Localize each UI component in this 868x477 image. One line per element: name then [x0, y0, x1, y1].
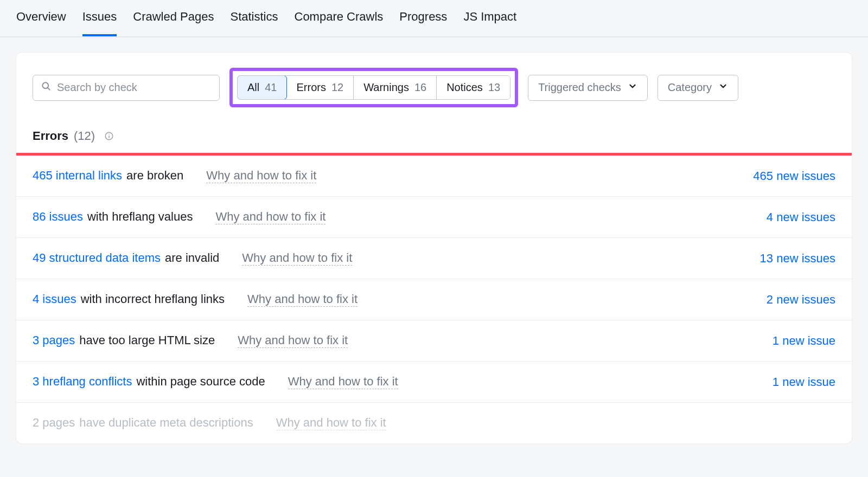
issue-text: are invalid [165, 251, 219, 265]
tab-crawled-pages[interactable]: Crawled Pages [133, 0, 214, 36]
filter-notices-label: Notices [446, 81, 483, 94]
filter-all-label: All [247, 81, 259, 94]
new-issues-link[interactable]: 1 new issue [773, 334, 835, 348]
tab-progress[interactable]: Progress [399, 0, 447, 36]
svg-point-4 [108, 134, 109, 134]
why-how-fix-link[interactable]: Why and how to fix it [242, 251, 352, 266]
new-issues-link[interactable]: 13 new issues [760, 252, 835, 266]
top-nav: Overview Issues Crawled Pages Statistics… [0, 0, 868, 37]
why-how-fix-link[interactable]: Why and how to fix it [288, 375, 398, 389]
filter-all[interactable]: All 41 [237, 75, 287, 100]
issue-text: have duplicate meta descriptions [79, 416, 253, 430]
filter-warnings-label: Warnings [363, 81, 409, 94]
issue-text: with hreflang values [87, 210, 193, 224]
new-issues-link[interactable]: 4 new issues [767, 210, 835, 224]
triggered-checks-label: Triggered checks [538, 81, 621, 94]
section-title: Errors [33, 129, 68, 143]
section-count: (12) [74, 129, 95, 143]
chevron-down-icon [628, 81, 637, 94]
issue-link[interactable]: 4 issues [33, 292, 76, 306]
filter-notices-count: 13 [488, 81, 500, 94]
filter-segment: All 41 Errors 12 Warnings 16 Notices 13 [237, 75, 510, 100]
why-how-fix-link[interactable]: Why and how to fix it [276, 416, 386, 430]
filter-errors-label: Errors [296, 81, 326, 94]
triggered-checks-dropdown[interactable]: Triggered checks [528, 75, 648, 101]
issues-list: 465 internal links are broken Why and ho… [16, 156, 852, 443]
issue-row[interactable]: 3 hreflang conflicts within page source … [16, 362, 852, 403]
category-label: Category [668, 81, 712, 94]
filter-notices[interactable]: Notices 13 [437, 76, 510, 99]
search-icon [41, 81, 52, 94]
issue-row[interactable]: 86 issues with hreflang values Why and h… [16, 197, 852, 238]
search-box[interactable] [33, 75, 220, 101]
why-how-fix-link[interactable]: Why and how to fix it [206, 169, 316, 183]
issue-row[interactable]: 465 internal links are broken Why and ho… [16, 156, 852, 197]
issue-row[interactable]: 49 structured data items are invalid Why… [16, 238, 852, 279]
issue-text: have too large HTML size [79, 333, 215, 347]
issue-link[interactable]: 3 pages [33, 333, 75, 347]
issue-text: are broken [126, 169, 183, 183]
why-how-fix-link[interactable]: Why and how to fix it [215, 210, 326, 224]
issue-text: with incorrect hreflang links [81, 292, 225, 306]
filter-all-count: 41 [265, 81, 277, 94]
why-how-fix-link[interactable]: Why and how to fix it [247, 292, 358, 307]
issue-link[interactable]: 86 issues [33, 210, 83, 224]
search-input[interactable] [57, 81, 212, 94]
filter-warnings-count: 16 [414, 81, 426, 94]
issue-row[interactable]: 2 pages have duplicate meta descriptions… [16, 403, 852, 443]
info-icon[interactable] [104, 131, 114, 141]
filter-highlight-box: All 41 Errors 12 Warnings 16 Notices 13 [229, 68, 518, 107]
svg-line-1 [48, 88, 50, 90]
issue-link[interactable]: 465 internal links [33, 169, 122, 183]
tab-js-impact[interactable]: JS Impact [463, 0, 516, 36]
filter-errors-count: 12 [331, 81, 343, 94]
issue-link[interactable]: 49 structured data items [33, 251, 161, 265]
section-header: Errors (12) [16, 112, 852, 153]
why-how-fix-link[interactable]: Why and how to fix it [238, 333, 348, 348]
issue-link[interactable]: 3 hreflang conflicts [33, 375, 132, 389]
filter-errors[interactable]: Errors 12 [286, 76, 354, 99]
tab-overview[interactable]: Overview [16, 0, 66, 36]
issue-text: within page source code [136, 375, 265, 389]
tab-issues[interactable]: Issues [82, 0, 117, 36]
chevron-down-icon [718, 81, 728, 94]
new-issues-link[interactable]: 465 new issues [753, 169, 835, 183]
issues-card: All 41 Errors 12 Warnings 16 Notices 13 [16, 53, 852, 443]
tab-statistics[interactable]: Statistics [230, 0, 278, 36]
tab-compare-crawls[interactable]: Compare Crawls [295, 0, 384, 36]
issue-row[interactable]: 4 issues with incorrect hreflang links W… [16, 279, 852, 320]
issue-link[interactable]: 2 pages [33, 416, 75, 430]
new-issues-link[interactable]: 2 new issues [767, 293, 835, 307]
filter-warnings[interactable]: Warnings 16 [354, 76, 437, 99]
issue-row[interactable]: 3 pages have too large HTML size Why and… [16, 320, 852, 362]
controls-row: All 41 Errors 12 Warnings 16 Notices 13 [16, 68, 852, 112]
category-dropdown[interactable]: Category [658, 75, 738, 101]
new-issues-link[interactable]: 1 new issue [773, 375, 835, 389]
